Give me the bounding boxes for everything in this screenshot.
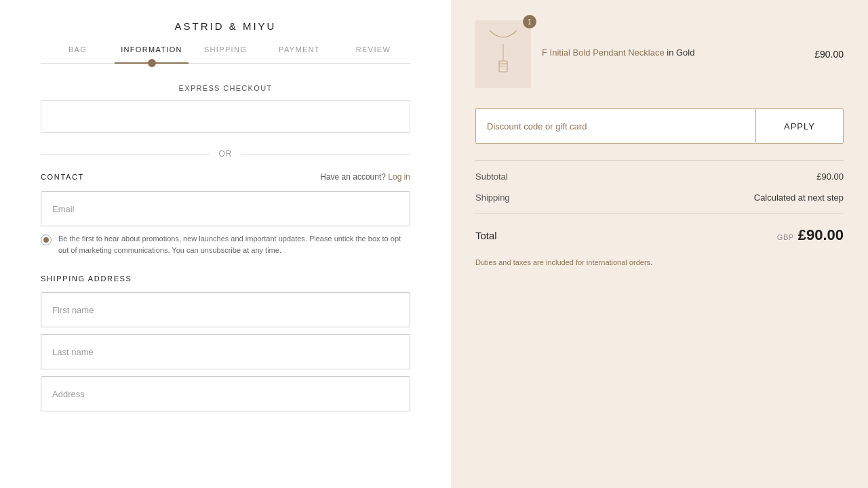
- shipping-address-title: SHIPPING ADDRESS: [41, 274, 410, 283]
- apply-button[interactable]: APPLY: [755, 108, 844, 144]
- subtotal-value: £90.00: [816, 171, 844, 182]
- summary-divider-bottom: [475, 214, 844, 214]
- subtotal-line: Subtotal £90.00: [475, 166, 844, 187]
- subtotal-label: Subtotal: [475, 171, 508, 182]
- shipping-label: Shipping: [475, 192, 510, 203]
- nav-item-review[interactable]: REVIEW: [336, 45, 410, 63]
- product-quantity-badge: 1: [523, 15, 536, 28]
- left-panel: ASTRID & MIYU BAG INFORMATION SHIPPING P…: [0, 0, 451, 488]
- login-link[interactable]: Log in: [388, 172, 410, 182]
- express-checkout-label: EXPRESS CHECKOUT: [179, 84, 273, 92]
- total-value-group: GBP £90.00: [777, 226, 844, 244]
- product-image-wrapper: 1: [475, 20, 531, 88]
- email-field[interactable]: [41, 191, 410, 226]
- brand-logo: ASTRID & MIYU: [175, 20, 277, 32]
- shipping-value: Calculated at next step: [754, 192, 844, 203]
- duties-note: Duties and taxes are included for intern…: [475, 258, 844, 268]
- nav-item-bag[interactable]: BAG: [41, 45, 115, 63]
- first-name-field[interactable]: [41, 292, 410, 327]
- progress-indicator: [148, 59, 156, 67]
- product-name-highlight: F Initial Bold Pendant Necklace: [542, 47, 665, 58]
- account-prompt: Have an account? Log in: [320, 172, 410, 182]
- contact-title: CONTACT: [41, 173, 84, 181]
- necklace-illustration: [483, 27, 524, 81]
- or-divider: OR: [41, 149, 410, 159]
- product-row: 1 F Initial Bold Pendant Necklace in Gol…: [475, 20, 844, 88]
- product-info: F Initial Bold Pendant Necklace in Gold: [542, 47, 804, 62]
- product-price: £90.00: [814, 49, 844, 60]
- discount-row: APPLY: [475, 108, 844, 144]
- total-currency: GBP: [777, 233, 794, 241]
- shipping-line: Shipping Calculated at next step: [475, 187, 844, 208]
- nav-item-payment[interactable]: PAYMENT: [262, 45, 336, 63]
- total-amount: £90.00: [798, 226, 844, 244]
- product-image: [475, 20, 531, 88]
- summary-divider-top: [475, 160, 844, 161]
- express-checkout-box: [41, 100, 410, 133]
- marketing-text: Be the first to hear about promotions, n…: [58, 233, 410, 256]
- discount-input[interactable]: [475, 108, 755, 144]
- last-name-field[interactable]: [41, 334, 410, 369]
- checkout-nav: BAG INFORMATION SHIPPING PAYMENT REVIEW: [41, 45, 410, 64]
- right-panel: 1 F Initial Bold Pendant Necklace in Gol…: [451, 0, 868, 488]
- total-label: Total: [475, 230, 497, 241]
- address-field[interactable]: [41, 376, 410, 411]
- marketing-radio[interactable]: [41, 235, 52, 245]
- nav-item-shipping[interactable]: SHIPPING: [189, 45, 262, 63]
- marketing-row: Be the first to hear about promotions, n…: [41, 233, 410, 256]
- product-name: F Initial Bold Pendant Necklace in Gold: [542, 47, 804, 59]
- product-name-suffix: in Gold: [665, 47, 695, 58]
- contact-header: CONTACT Have an account? Log in: [41, 172, 410, 182]
- total-line: Total GBP £90.00: [475, 220, 844, 251]
